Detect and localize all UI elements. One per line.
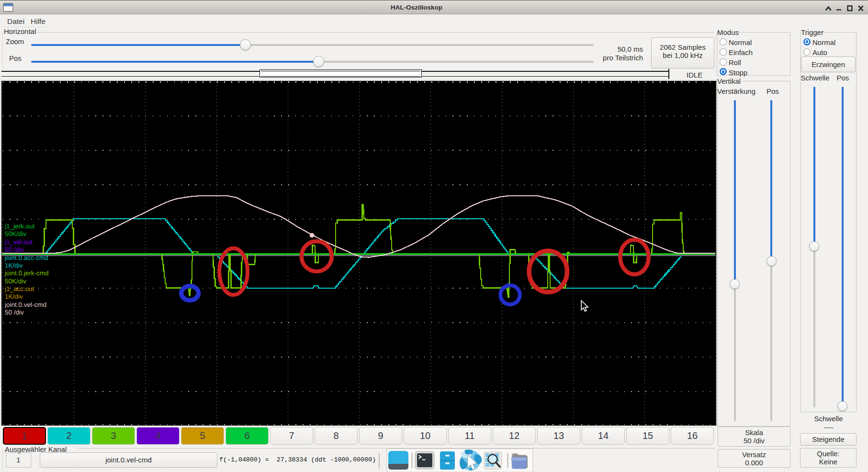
- svg-text:j1_vel.out: j1_vel.out: [4, 238, 33, 246]
- svg-text:1K/div: 1K/div: [5, 262, 23, 269]
- svg-text:j1_acc.out: j1_acc.out: [4, 285, 34, 292]
- svg-text:50K/div: 50K/div: [5, 230, 26, 237]
- svg-text:50 /div: 50 /div: [5, 309, 24, 316]
- svg-text:j1_jerk.out: j1_jerk.out: [4, 223, 35, 230]
- svg-text:50 /div: 50 /div: [5, 246, 24, 253]
- svg-text:50K/div: 50K/div: [5, 278, 26, 285]
- svg-text:1K/div: 1K/div: [5, 293, 23, 300]
- svg-text:joint.0.acc-cmd: joint.0.acc-cmd: [4, 254, 48, 261]
- svg-text:joint.0.jerk-cmd: joint.0.jerk-cmd: [4, 270, 49, 277]
- svg-text:joint.0.vel-cmd: joint.0.vel-cmd: [4, 301, 46, 308]
